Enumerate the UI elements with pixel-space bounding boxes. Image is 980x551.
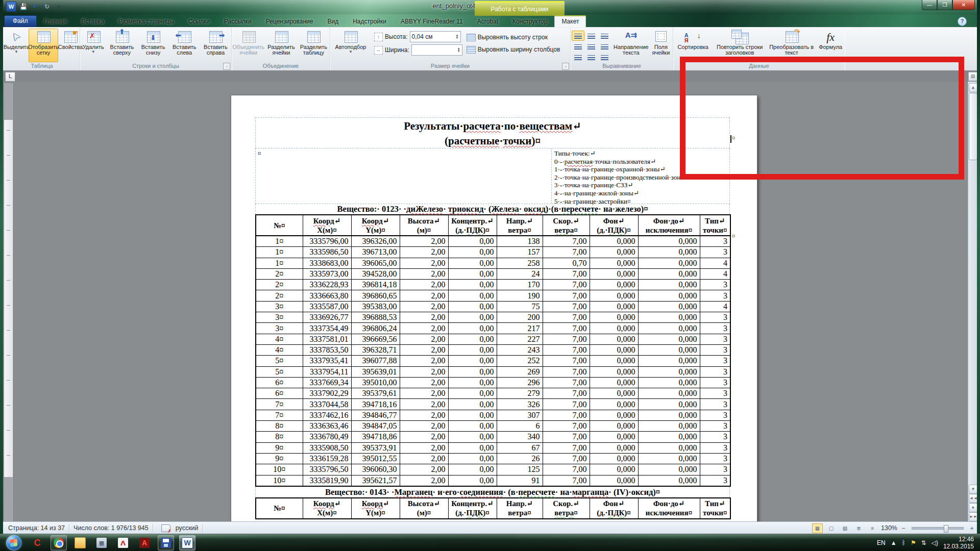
insert-above-button[interactable]: ⬆ Вставить сверху bbox=[106, 29, 137, 62]
select-button[interactable]: ➤ Выделить▼ bbox=[4, 29, 29, 62]
taskbar-autocad[interactable]: A bbox=[136, 535, 153, 550]
delete-button[interactable]: ✗ Удалить▼ bbox=[80, 29, 106, 62]
distribute-rows-button[interactable]: Выровнять высоту строк bbox=[464, 31, 562, 43]
zoom-level[interactable]: 130% bbox=[881, 524, 897, 532]
taskbar-explorer[interactable] bbox=[72, 535, 88, 550]
tab-Acrobat[interactable]: Acrobat bbox=[470, 16, 505, 27]
insert-right-button[interactable]: ➡ Вставить справа bbox=[200, 29, 231, 62]
align-center-left-button[interactable] bbox=[572, 41, 584, 52]
undo-button[interactable]: ↶ bbox=[31, 2, 40, 11]
substance-heading-1[interactable]: Вещество:· 0123· ·диЖелезо· триоксид· (Ж… bbox=[255, 204, 730, 214]
hidden-icons-chevron[interactable]: ▲ bbox=[891, 539, 897, 546]
spinner-arrows-icon[interactable]: ▲▼ bbox=[457, 47, 460, 53]
taskbar-calculator[interactable]: ▦ bbox=[93, 535, 110, 550]
tab-selector[interactable]: L bbox=[5, 72, 15, 82]
view-gridlines-button[interactable]: Отобразить сетку bbox=[29, 29, 58, 62]
split-table-button[interactable]: Разделить таблицу bbox=[298, 29, 330, 62]
results-table-1[interactable]: №¤Коорд↵X(м)¤Коорд↵Y(м)¤Высота↵(м)¤Конце… bbox=[255, 214, 730, 487]
tab-Ссылки[interactable]: Ссылки bbox=[181, 16, 217, 27]
taskbar-word[interactable]: W bbox=[179, 535, 195, 550]
autofit-button[interactable]: Автоподбор▼ bbox=[330, 29, 371, 62]
align-bottom-center-button[interactable] bbox=[585, 52, 598, 62]
scroll-down-icon[interactable]: ▼ bbox=[969, 485, 977, 494]
height-input[interactable]: 0,04 см ▲▼ bbox=[410, 31, 461, 42]
taskbar-adobe-reader[interactable]: ꓥ bbox=[115, 535, 131, 550]
language-indicator[interactable]: русский bbox=[176, 524, 199, 532]
insert-left-button[interactable]: ⬅ Вставить слева bbox=[169, 29, 200, 62]
substance-heading-2[interactable]: Вещество:· 0143· ·Марганец· и·его·соедин… bbox=[255, 487, 730, 497]
tab-Вставка[interactable]: Вставка bbox=[74, 16, 111, 27]
taskbar-floppy-app[interactable] bbox=[158, 535, 174, 550]
word-count[interactable]: Число слов: 1 976/13 945 bbox=[74, 524, 149, 532]
insert-below-button[interactable]: ⬇ Вставить снизу bbox=[137, 29, 168, 62]
clock[interactable]: 12:46 12.03.2015 bbox=[943, 536, 974, 550]
web-layout-view-button[interactable]: ▧ bbox=[840, 523, 850, 533]
start-button[interactable] bbox=[6, 535, 21, 550]
page-indicator[interactable]: Страница: 14 из 37 bbox=[8, 524, 65, 532]
align-center-right-button[interactable] bbox=[598, 41, 611, 52]
close-button[interactable]: ✕ bbox=[952, 0, 975, 10]
redo-button[interactable]: ↻ bbox=[42, 2, 52, 11]
scrollbar-thumb[interactable] bbox=[969, 93, 977, 160]
taskbar-app-c[interactable]: C bbox=[29, 535, 45, 550]
draft-view-button[interactable]: ≡ bbox=[867, 523, 878, 533]
next-page-icon[interactable]: ►► bbox=[969, 512, 977, 521]
vertical-ruler[interactable] bbox=[4, 83, 14, 521]
minimize-button[interactable]: — bbox=[922, 0, 937, 10]
width-input[interactable]: ▲▼ bbox=[411, 44, 462, 56]
word-app-icon[interactable]: W bbox=[6, 2, 16, 12]
spinner-arrows-icon[interactable]: ▲▼ bbox=[456, 34, 459, 39]
results-table-2[interactable]: №¤Коорд↵X(м)¤Коорд↵Y(м)¤Высота↵(м)¤Конце… bbox=[255, 497, 730, 519]
proofing-icon[interactable] bbox=[161, 524, 170, 532]
dialog-launcher-icon[interactable]: ⌟ bbox=[223, 63, 230, 70]
properties-button[interactable]: ☛ Свойства bbox=[58, 29, 83, 62]
tab-Главная[interactable]: Главная bbox=[37, 16, 75, 27]
align-top-right-button[interactable] bbox=[598, 31, 611, 41]
tab-Разметка страницы[interactable]: Разметка страницы bbox=[111, 16, 181, 27]
align-center-button[interactable] bbox=[585, 41, 598, 52]
zoom-out-icon[interactable]: − bbox=[900, 524, 906, 532]
zoom-slider-thumb[interactable] bbox=[944, 525, 948, 533]
select-browse-object-icon[interactable]: ● bbox=[969, 503, 977, 512]
bluetooth-icon[interactable]: ᛒ bbox=[902, 539, 905, 546]
dialog-launcher-icon[interactable]: ⌟ bbox=[562, 63, 569, 70]
maximize-button[interactable]: ❐ bbox=[937, 0, 952, 10]
help-icon[interactable]: ? bbox=[958, 17, 967, 26]
split-cells-button[interactable]: Разделить ячейки bbox=[265, 29, 297, 62]
fullscreen-view-button[interactable]: ▢ bbox=[826, 523, 837, 533]
tab-Вид[interactable]: Вид bbox=[320, 16, 346, 27]
vertical-scrollbar[interactable]: ▲ ▼ ◄◄ ● ►► bbox=[968, 82, 977, 521]
volume-icon[interactable]: ◁) bbox=[932, 539, 938, 546]
align-bottom-left-button[interactable] bbox=[572, 52, 584, 62]
zoom-in-icon[interactable]: + bbox=[969, 524, 975, 532]
align-top-center-button[interactable] bbox=[585, 31, 598, 41]
cell-margins-button[interactable]: Поля ячейки bbox=[649, 29, 673, 62]
zoom-slider[interactable] bbox=[912, 527, 964, 530]
save-button[interactable]: 💾 bbox=[19, 2, 28, 11]
doc-title-cell[interactable]: Результаты·расчета·по·веществам↵ (расчет… bbox=[255, 117, 730, 148]
document-page[interactable]: Результаты·расчета·по·веществам↵ (расчет… bbox=[231, 95, 757, 521]
tab-Рецензирование[interactable]: Рецензирование bbox=[259, 16, 321, 27]
print-layout-view-button[interactable]: ▦ bbox=[812, 523, 823, 533]
legend-empty-cell[interactable]: ¤ bbox=[256, 148, 552, 204]
status-flag-icon[interactable]: ⚑ bbox=[911, 539, 916, 546]
previous-page-icon[interactable]: ◄◄ bbox=[969, 494, 977, 503]
tab-Файл[interactable]: Файл bbox=[4, 15, 37, 27]
text-direction-button[interactable]: A⇉ Направление текста bbox=[613, 29, 649, 62]
tab-Макет[interactable]: Макет bbox=[554, 15, 586, 27]
ruler-toggle-button[interactable]: ▤ bbox=[968, 72, 977, 81]
tab-ABBYY FineReader 11[interactable]: ABBYY FineReader 11 bbox=[394, 16, 470, 27]
language-en[interactable]: EN bbox=[877, 539, 886, 546]
ribbon-group-rows-columns: ✗ Удалить▼ ⬆ Вставить сверху ⬇ Вставить … bbox=[80, 28, 232, 70]
distribute-columns-button[interactable]: Выровнять ширину столбцов bbox=[464, 43, 562, 56]
usb-device-icon[interactable]: ⇅ bbox=[921, 539, 926, 546]
tab-Конструктор[interactable]: Конструктор bbox=[505, 16, 554, 27]
outline-view-button[interactable]: ≣ bbox=[853, 523, 864, 533]
align-top-left-button[interactable] bbox=[572, 31, 584, 41]
tab-Надстройки[interactable]: Надстройки bbox=[346, 16, 394, 27]
scroll-up-icon[interactable]: ▲ bbox=[969, 83, 977, 92]
tab-Рассылки[interactable]: Рассылки bbox=[217, 16, 259, 27]
align-bottom-right-button[interactable] bbox=[598, 52, 611, 62]
taskbar-chrome[interactable] bbox=[51, 535, 67, 550]
qat-dropdown-icon[interactable]: ▼ bbox=[54, 2, 63, 11]
